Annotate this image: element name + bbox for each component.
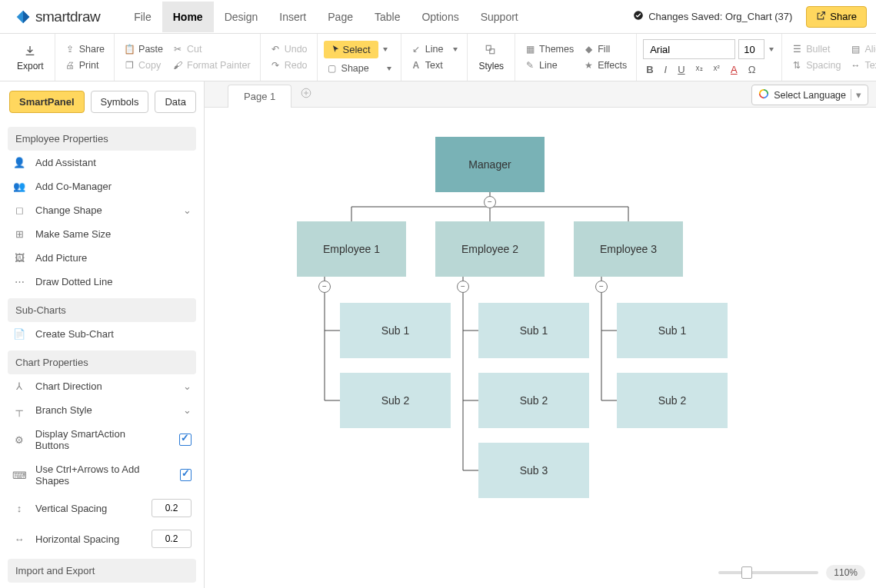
undo-button[interactable]: ↶Undo [267, 42, 311, 56]
copy-button[interactable]: ❐Copy [121, 58, 166, 72]
org-node-sub[interactable]: Sub 2 [617, 373, 728, 428]
subscript-button[interactable]: x₂ [696, 64, 703, 75]
superscript-button[interactable]: x² [714, 64, 720, 75]
org-node-sub[interactable]: Sub 1 [478, 303, 589, 358]
add-picture-button[interactable]: 🖼Add Picture [8, 246, 196, 270]
org-node-sub[interactable]: Sub 2 [340, 373, 451, 428]
panel-tab-symbols[interactable]: Symbols [91, 91, 149, 113]
cut-button[interactable]: ✂Cut [169, 42, 254, 56]
zoom-thumb[interactable] [741, 566, 752, 579]
line-style-button[interactable]: ✎Line [521, 58, 577, 72]
effects-button[interactable]: ★Effects [580, 58, 630, 72]
import-from-file-button[interactable]: ☁Import from File [8, 583, 196, 588]
share-icon [816, 11, 826, 23]
share-button[interactable]: Share [806, 6, 867, 28]
font-color-button[interactable]: A [731, 64, 738, 75]
display-smartaction-toggle[interactable]: ⚙Display SmartAction Buttons [8, 422, 196, 457]
org-node-employee-3[interactable]: Employee 3 [574, 221, 683, 277]
menu-tab-home[interactable]: Home [162, 2, 214, 32]
select-language-button[interactable]: Select Language ▾ [751, 85, 868, 105]
paste-button[interactable]: 📋Paste [121, 42, 166, 56]
menu-tab-design[interactable]: Design [214, 2, 269, 32]
cursor-icon [331, 44, 340, 55]
branch-icon: ┬ [12, 404, 26, 416]
fill-icon: ◆ [583, 44, 594, 55]
export-button[interactable]: Export [12, 40, 48, 75]
shape-icon: ▢ [327, 63, 338, 74]
create-sub-chart-button[interactable]: 📄Create Sub-Chart [8, 322, 196, 346]
line-button[interactable]: ↙Line [408, 42, 461, 56]
doc-icon: 📄 [12, 328, 26, 340]
redo-button[interactable]: ↷Redo [267, 58, 311, 72]
zoom-slider[interactable] [718, 571, 818, 574]
checkbox-checked-icon[interactable] [180, 469, 192, 481]
menu-tabs: File Home Design Insert Page Table Optio… [123, 2, 529, 32]
checkbox-checked-icon[interactable] [179, 434, 192, 446]
menu-tab-insert[interactable]: Insert [268, 2, 317, 32]
themes-icon: ▦ [525, 44, 535, 55]
google-icon [758, 88, 769, 101]
org-node-employee-2[interactable]: Employee 2 [435, 221, 545, 277]
select-button[interactable]: Select [324, 41, 378, 58]
panel-tab-smartpanel[interactable]: SmartPanel [9, 91, 85, 113]
org-node-employee-1[interactable]: Employee 1 [297, 221, 406, 277]
spacing-button[interactable]: ⇅Spacing [788, 58, 844, 72]
format-painter-button[interactable]: 🖌Format Painter [169, 58, 254, 72]
themes-button[interactable]: ▦Themes [521, 42, 577, 56]
add-assistant-button[interactable]: 👤Add Assistant [8, 151, 196, 174]
menu-tab-options[interactable]: Options [411, 2, 469, 32]
collapse-button[interactable]: − [595, 281, 608, 293]
fill-button[interactable]: ◆Fill [580, 42, 630, 56]
canvas-area: Page 1 Select Language ▾ [205, 81, 876, 588]
share-button-ribbon[interactable]: ⇪Share [62, 42, 108, 56]
horizontal-spacing-input[interactable] [152, 530, 192, 548]
align-button[interactable]: ▤Align [847, 42, 876, 56]
menu-tab-support[interactable]: Support [470, 2, 529, 32]
logo[interactable]: smartdraw [15, 8, 100, 25]
menu-tab-file[interactable]: File [123, 2, 162, 32]
styles-icon [484, 43, 499, 58]
bold-button[interactable]: B [646, 64, 653, 75]
panel-tab-data[interactable]: Data [155, 91, 195, 113]
collapse-button[interactable]: − [457, 281, 469, 293]
font-size-input[interactable] [738, 39, 764, 59]
text-direction-button[interactable]: ↔Text Direction [847, 58, 876, 72]
shape-button[interactable]: ▢Shape [324, 61, 395, 75]
collapse-button[interactable]: − [484, 196, 496, 208]
svg-rect-1 [486, 45, 491, 50]
make-same-size-button[interactable]: ⊞Make Same Size [8, 222, 196, 246]
chart-direction-button[interactable]: ⅄Chart Direction⌄ [8, 374, 196, 398]
change-shape-button[interactable]: ◻Change Shape⌄ [8, 198, 196, 222]
menu-tab-page[interactable]: Page [317, 2, 364, 32]
styles-button[interactable]: Styles [474, 40, 508, 75]
star-icon: ★ [583, 60, 594, 71]
italic-button[interactable]: I [664, 64, 668, 75]
menu-tab-table[interactable]: Table [364, 2, 411, 32]
left-panel: SmartPanel Symbols Data ✕ Employee Prope… [0, 81, 205, 588]
org-node-manager[interactable]: Manager [435, 137, 545, 192]
add-page-button[interactable] [301, 88, 311, 101]
branch-style-button[interactable]: ┬Branch Style⌄ [8, 398, 196, 422]
org-node-sub[interactable]: Sub 2 [478, 373, 589, 428]
text-button[interactable]: AText [408, 58, 461, 72]
use-ctrl-arrows-toggle[interactable]: ⌨Use Ctrl+Arrows to Add Shapes [8, 457, 196, 493]
add-co-manager-button[interactable]: 👥Add Co-Manager [8, 174, 196, 198]
vertical-spacing-input[interactable] [152, 499, 192, 517]
org-node-sub[interactable]: Sub 1 [617, 303, 728, 358]
undo-icon: ↶ [270, 44, 281, 55]
collapse-button[interactable]: − [318, 281, 331, 293]
select-dropdown[interactable] [381, 39, 389, 59]
draw-dotted-line-button[interactable]: ⋯Draw Dotted Line [8, 270, 196, 294]
underline-button[interactable]: U [678, 64, 684, 75]
bullet-button[interactable]: ☰Bullet [788, 42, 844, 56]
zoom-label[interactable]: 110% [826, 565, 865, 580]
chart-canvas[interactable]: Manager − Employee 1 Employee 2 Employee… [205, 108, 876, 588]
font-family-input[interactable] [643, 39, 735, 59]
page-tab-1[interactable]: Page 1 [228, 85, 291, 108]
org-node-sub[interactable]: Sub 3 [478, 443, 589, 498]
print-button[interactable]: 🖨Print [62, 58, 108, 72]
ribbon: Export ⇪Share 🖨Print 📋Paste ❐Copy ✂Cut 🖌… [0, 34, 876, 81]
org-node-sub[interactable]: Sub 1 [340, 303, 451, 358]
symbol-button[interactable]: Ω [748, 64, 756, 75]
font-size-dropdown[interactable] [768, 39, 775, 59]
